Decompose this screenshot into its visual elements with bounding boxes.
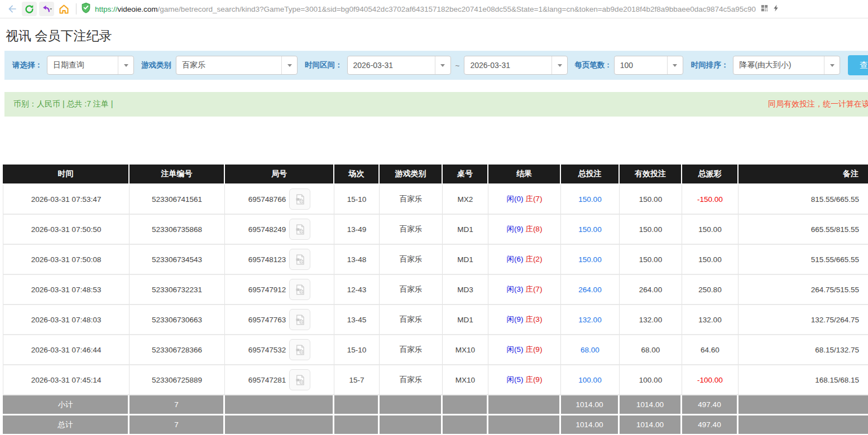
qr-code-icon[interactable]	[760, 4, 769, 14]
table-row: 2026-03-31 07:50:50 523306735868 6957482…	[3, 215, 868, 245]
result-cell: 闲(0) 庄(7)	[488, 185, 561, 215]
payout-value: 64.60	[701, 346, 720, 354]
total-valid-bet: 1014.00	[620, 415, 682, 435]
undo-icon[interactable]	[39, 2, 54, 16]
round-number: 695747763	[248, 316, 286, 324]
date-to-picker[interactable]: 2026-03-31	[464, 56, 568, 75]
total-bet-link[interactable]: 264.00	[578, 286, 601, 294]
back-icon[interactable]	[4, 2, 20, 16]
filter-bar: 请选择： 日期查询 游戏类别 百家乐 时间区间： 2026-03-31 ~ 20…	[4, 51, 868, 80]
sort-order-label: 时间排序：	[691, 60, 729, 70]
col-result: 结果	[488, 165, 561, 185]
col-round: 局号	[225, 165, 334, 185]
address-bar[interactable]: https://videoie.com/game/betrecord_searc…	[81, 2, 864, 16]
table-body: 2026-03-31 07:53:47 523306741561 6957487…	[3, 185, 868, 395]
security-shield-icon[interactable]	[81, 2, 91, 16]
result-cell: 闲(5) 庄(9)	[488, 365, 561, 395]
bet-id-cell: 523306741561	[130, 185, 225, 215]
total-bet-cell: 132.00	[561, 305, 620, 335]
url-text[interactable]: https://videoie.com/game/betrecord_searc…	[95, 5, 756, 13]
total-bet-link[interactable]: 150.00	[578, 225, 601, 234]
payout-value: 150.00	[698, 225, 721, 234]
round-cell: 695748123	[225, 245, 334, 275]
chevron-down-icon[interactable]	[435, 56, 450, 74]
result-cell: 闲(9) 庄(8)	[488, 215, 561, 245]
col-bet-id: 注单编号	[130, 165, 225, 185]
payout-cell: 150.00	[682, 215, 738, 245]
sort-order-value: 降幂(由大到小)	[739, 60, 791, 70]
result-cell: 闲(9) 庄(3)	[488, 305, 561, 335]
game-type-cell: 百家乐	[380, 245, 443, 275]
valid-bet-cell: 150.00	[620, 185, 682, 215]
payout-cell: -150.00	[682, 185, 738, 215]
game-type-select[interactable]: 百家乐	[176, 56, 298, 75]
col-payout: 总派彩	[682, 165, 738, 185]
result-banker: 庄(3)	[525, 315, 542, 323]
chevron-down-icon[interactable]	[118, 56, 133, 74]
video-file-icon	[294, 194, 306, 205]
video-replay-button[interactable]	[289, 219, 310, 240]
result-player: 闲(6)	[507, 255, 524, 263]
round-cell: 695747281	[225, 365, 334, 395]
refresh-icon[interactable]	[22, 2, 37, 16]
total-total-bet: 1014.00	[561, 415, 620, 435]
total-bet-link[interactable]: 150.00	[578, 195, 601, 204]
result-cell: 闲(6) 庄(2)	[488, 245, 561, 275]
col-table-no: 桌号	[443, 165, 488, 185]
table-number-cell: MD3	[443, 275, 488, 305]
grand-total-row: 总计 7 1014.00 1014.00 497.40	[3, 415, 868, 435]
result-player: 闲(9)	[507, 225, 524, 233]
per-page-select[interactable]: 100	[614, 56, 683, 75]
table-number-cell: MX2	[443, 185, 488, 215]
video-replay-button[interactable]	[289, 339, 310, 360]
currency-total-text: 币别：人民币 | 总共 :7 注单 |	[13, 99, 113, 109]
sort-order-select[interactable]: 降幂(由大到小)	[733, 56, 840, 75]
payout-value: 150.00	[698, 255, 721, 264]
remark-cell: 515.55/665.55	[738, 245, 868, 275]
video-replay-button[interactable]	[289, 279, 310, 300]
chevron-down-icon[interactable]	[552, 56, 567, 74]
lightning-icon[interactable]	[773, 3, 780, 15]
date-from-picker[interactable]: 2026-03-31	[347, 56, 451, 75]
video-replay-button[interactable]	[289, 309, 310, 330]
remark-cell: 665.55/815.55	[738, 215, 868, 245]
total-bet-cell: 150.00	[561, 215, 620, 245]
video-file-icon	[294, 254, 306, 265]
round-number: 695747281	[248, 376, 286, 384]
subtotal-valid-bet: 1014.00	[620, 395, 682, 415]
game-type-cell: 百家乐	[380, 275, 443, 305]
query-type-value: 日期查询	[53, 60, 84, 70]
table-row: 2026-03-31 07:46:44 523306728366 6957475…	[3, 335, 868, 365]
total-bet-link[interactable]: 100.00	[578, 376, 601, 384]
video-file-icon	[294, 344, 306, 356]
table-row: 2026-03-31 07:45:14 523306725889 6957472…	[3, 365, 868, 395]
total-bet-cell: 150.00	[561, 185, 620, 215]
table-number-cell: MD1	[443, 305, 488, 335]
total-bet-link[interactable]: 68.00	[581, 346, 600, 354]
search-button[interactable]: 查询	[848, 55, 868, 75]
chevron-down-icon[interactable]	[824, 56, 840, 74]
game-type-cell: 百家乐	[380, 335, 443, 365]
table-number-cell: MD1	[443, 215, 488, 245]
session-cell: 12-43	[334, 275, 380, 305]
video-replay-button[interactable]	[289, 369, 310, 390]
home-icon[interactable]	[56, 2, 71, 16]
video-replay-button[interactable]	[289, 188, 310, 210]
round-cell: 695748249	[225, 215, 334, 245]
video-replay-button[interactable]	[289, 249, 310, 270]
round-number: 695748123	[248, 255, 286, 264]
total-bet-link[interactable]: 132.00	[578, 316, 601, 324]
valid-bet-notice: 同局有效投注，统一计算在该局第	[768, 99, 868, 109]
result-banker: 庄(9)	[525, 375, 542, 384]
subtotal-count: 7	[130, 395, 225, 415]
col-total-bet: 总投注	[561, 165, 620, 185]
query-type-select[interactable]: 日期查询	[47, 56, 134, 75]
page-title: 视讯 会员下注纪录	[6, 27, 868, 44]
session-cell: 13-45	[334, 305, 380, 335]
total-bet-link[interactable]: 150.00	[578, 255, 601, 264]
time-cell: 2026-03-31 07:45:14	[3, 365, 130, 395]
time-cell: 2026-03-31 07:48:53	[3, 275, 130, 305]
total-count: 7	[130, 415, 225, 435]
chevron-down-icon[interactable]	[667, 56, 683, 74]
chevron-down-icon[interactable]	[281, 56, 297, 74]
